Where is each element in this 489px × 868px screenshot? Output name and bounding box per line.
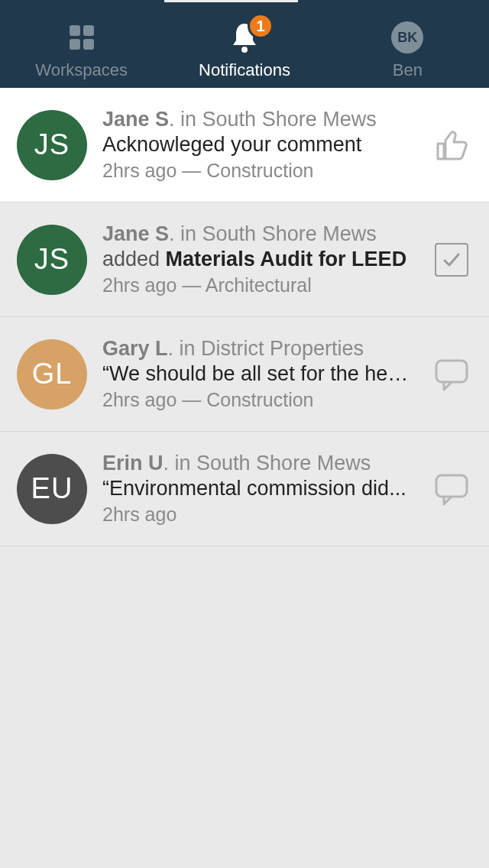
notification-badge: 1 xyxy=(248,13,274,39)
notification-body-line: Acknowleged your comment xyxy=(102,133,416,157)
notification-body-line: “Environmental commission did... xyxy=(102,477,416,500)
user-avatar: JS xyxy=(17,225,87,295)
user-avatar: EU xyxy=(17,454,87,524)
notification-header-line: Jane S. in South Shore Mews xyxy=(102,222,416,246)
avatar-icon: BK xyxy=(391,21,423,54)
comment-icon xyxy=(431,358,472,391)
tab-workspaces[interactable]: Workspaces xyxy=(0,21,163,80)
comment-icon xyxy=(431,472,472,506)
notification-item[interactable]: JSJane S. in South Shore Mewsadded Mater… xyxy=(0,202,489,317)
tab-label: Notifications xyxy=(199,60,290,80)
svg-rect-6 xyxy=(436,475,467,497)
grid-icon xyxy=(66,21,97,54)
tab-label: Workspaces xyxy=(35,60,128,80)
notification-header-line: Gary L. in District Properties xyxy=(102,337,416,361)
user-avatar: GL xyxy=(17,339,87,410)
notification-item[interactable]: GLGary L. in District Properties“We shou… xyxy=(0,317,489,432)
user-avatar: JS xyxy=(17,110,87,180)
notification-meta-line: 2hrs ago — Construction xyxy=(102,389,416,411)
notification-meta-line: 2hrs ago — Architectural xyxy=(102,274,416,296)
notification-body-line: “We should be all set for the hea... xyxy=(102,362,416,386)
notification-header-line: Jane S. in South Shore Mews xyxy=(102,108,416,131)
notification-content: Erin U. in South Shore Mews“Environmenta… xyxy=(102,452,416,526)
notification-body-line: added Materials Audit for LEED xyxy=(102,248,416,271)
svg-rect-3 xyxy=(83,39,94,50)
profile-avatar: BK xyxy=(391,21,423,53)
tab-notifications[interactable]: 1 Notifications xyxy=(163,21,325,80)
tab-profile[interactable]: BK Ben xyxy=(326,21,489,80)
notification-content: Jane S. in South Shore MewsAcknowleged y… xyxy=(102,108,416,182)
app-header: Workspaces 1 Notifications BK Ben xyxy=(0,0,489,88)
notification-content: Jane S. in South Shore Mewsadded Materia… xyxy=(102,222,416,296)
status-bar-accent xyxy=(164,0,298,2)
svg-rect-5 xyxy=(436,361,467,382)
badge-count: 1 xyxy=(256,18,264,35)
thumb-icon xyxy=(431,127,472,164)
notification-content: Gary L. in District Properties“We should… xyxy=(102,337,416,411)
notification-item[interactable]: EUErin U. in South Shore Mews“Environmen… xyxy=(0,432,489,546)
tab-label: Ben xyxy=(393,60,423,80)
svg-rect-2 xyxy=(70,39,80,50)
notification-meta-line: 2hrs ago xyxy=(102,504,416,526)
svg-rect-0 xyxy=(70,25,80,36)
svg-rect-1 xyxy=(83,25,94,36)
svg-point-4 xyxy=(241,47,248,53)
notification-list: JSJane S. in South Shore MewsAcknowleged… xyxy=(0,88,489,546)
checkbox-icon[interactable] xyxy=(431,243,472,277)
notification-header-line: Erin U. in South Shore Mews xyxy=(102,452,416,475)
notification-item[interactable]: JSJane S. in South Shore MewsAcknowleged… xyxy=(0,88,489,202)
notification-meta-line: 2hrs ago — Construction xyxy=(102,160,416,182)
